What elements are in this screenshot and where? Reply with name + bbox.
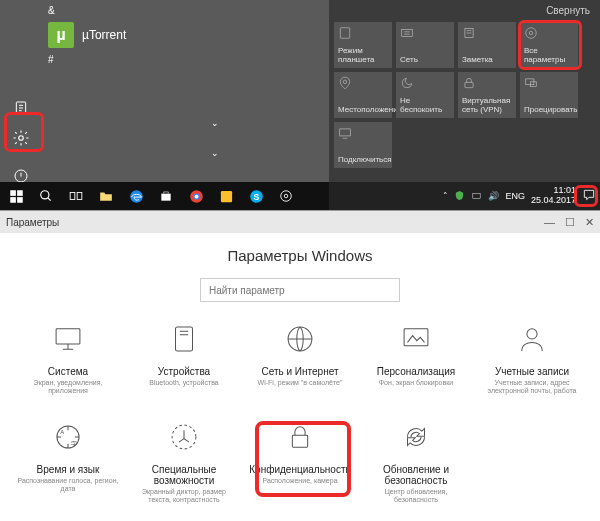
- svg-rect-20: [402, 30, 413, 37]
- svg-rect-3: [10, 190, 16, 196]
- tile-note[interactable]: Заметка: [458, 22, 516, 68]
- tile-project[interactable]: Проецировать: [520, 72, 578, 118]
- search-input[interactable]: [200, 278, 400, 302]
- highlight-box: [255, 421, 351, 497]
- settings-window: Параметры — ☐ ✕ Параметры Windows Систем…: [0, 210, 600, 521]
- svg-rect-27: [530, 82, 536, 87]
- edge-icon[interactable]: [122, 183, 150, 209]
- search-icon[interactable]: [32, 183, 60, 209]
- category-ease-of-access[interactable]: Специальные возможности Экранный диктор,…: [130, 414, 238, 511]
- utorrent-icon: µ: [48, 22, 74, 48]
- taskbar: S: [0, 182, 329, 210]
- system-tray: ˄ 🔊 ENG 11:01 25.04.2017: [329, 182, 600, 210]
- chevron-down-icon[interactable]: ⌄: [211, 148, 219, 158]
- svg-rect-8: [70, 193, 75, 200]
- svg-rect-28: [340, 129, 351, 136]
- highlight-box: [518, 20, 582, 70]
- category-devices[interactable]: Устройства Bluetooth, устройства: [130, 316, 238, 402]
- skype-icon[interactable]: S: [242, 183, 270, 209]
- category-network[interactable]: Сеть и Интернет Wi-Fi, режим "в самолёте…: [246, 316, 354, 402]
- window-title: Параметры: [6, 217, 59, 228]
- svg-rect-9: [77, 193, 82, 200]
- app-icon[interactable]: [212, 183, 240, 209]
- svg-point-34: [527, 329, 537, 339]
- svg-rect-4: [17, 190, 23, 196]
- action-center: Свернуть Режим планшета Сеть Заметка Все…: [329, 0, 600, 210]
- svg-rect-14: [220, 190, 231, 201]
- tray-defender-icon[interactable]: [454, 190, 465, 203]
- svg-rect-5: [10, 197, 16, 203]
- svg-point-24: [343, 80, 347, 84]
- file-explorer-icon[interactable]: [92, 183, 120, 209]
- taskview-icon[interactable]: [62, 183, 90, 209]
- tile-quiet-hours[interactable]: Не беспокоить: [396, 72, 454, 118]
- tile-network[interactable]: Сеть: [396, 22, 454, 68]
- start-menu: & µ µTorrent # ⌄ ⌄: [0, 0, 329, 210]
- highlight-box: [4, 112, 44, 152]
- collapse-link[interactable]: Свернуть: [546, 5, 590, 16]
- svg-rect-6: [17, 197, 23, 203]
- titlebar: Параметры — ☐ ✕: [0, 211, 600, 233]
- highlight-box: [574, 185, 598, 207]
- svg-rect-31: [176, 327, 193, 351]
- maximize-button[interactable]: ☐: [565, 216, 575, 229]
- category-personalization[interactable]: Персонализация Фон, экран блокировки: [362, 316, 470, 402]
- svg-point-18: [281, 191, 292, 202]
- tile-tablet-mode[interactable]: Режим планшета: [334, 22, 392, 68]
- tray-clock[interactable]: 11:01 25.04.2017: [531, 186, 576, 206]
- svg-point-7: [41, 191, 49, 199]
- svg-rect-30: [56, 329, 80, 344]
- svg-rect-25: [465, 82, 473, 87]
- svg-point-13: [194, 194, 198, 198]
- chrome-icon[interactable]: [182, 183, 210, 209]
- category-update-security[interactable]: Обновление и безопасность Центр обновлен…: [362, 414, 470, 511]
- tray-network-icon[interactable]: [471, 190, 482, 203]
- group-header: #: [48, 54, 126, 65]
- minimize-button[interactable]: —: [544, 216, 555, 229]
- settings-taskbar-icon[interactable]: [272, 183, 300, 209]
- chevron-down-icon[interactable]: ⌄: [211, 118, 219, 128]
- category-time-language[interactable]: A字 Время и язык Распознавание голоса, ре…: [14, 414, 122, 511]
- category-accounts[interactable]: Учетные записи Учетные записи, адрес эле…: [478, 316, 586, 402]
- svg-text:字: 字: [71, 439, 77, 446]
- store-icon[interactable]: [152, 183, 180, 209]
- svg-rect-33: [404, 329, 428, 346]
- tray-lang[interactable]: ENG: [505, 191, 525, 201]
- svg-rect-29: [473, 193, 480, 198]
- start-button[interactable]: [2, 183, 30, 209]
- svg-text:S: S: [253, 191, 259, 201]
- category-system[interactable]: Система Экран, уведомления, приложения: [14, 316, 122, 402]
- svg-text:A: A: [60, 429, 64, 435]
- app-tile-utorrent[interactable]: µ µTorrent: [48, 22, 126, 48]
- svg-rect-19: [340, 28, 349, 39]
- start-rail: [0, 0, 42, 210]
- tray-chevron-icon[interactable]: ˄: [443, 191, 448, 201]
- svg-point-17: [284, 194, 288, 198]
- page-title: Параметры Windows: [0, 247, 600, 264]
- tile-vpn[interactable]: Виртуальная сеть (VPN): [458, 72, 516, 118]
- tile-connect[interactable]: Подключиться: [334, 122, 392, 168]
- close-button[interactable]: ✕: [585, 216, 594, 229]
- tile-location[interactable]: Местоположение: [334, 72, 392, 118]
- group-header: &: [48, 5, 126, 16]
- tray-volume-icon[interactable]: 🔊: [488, 191, 499, 201]
